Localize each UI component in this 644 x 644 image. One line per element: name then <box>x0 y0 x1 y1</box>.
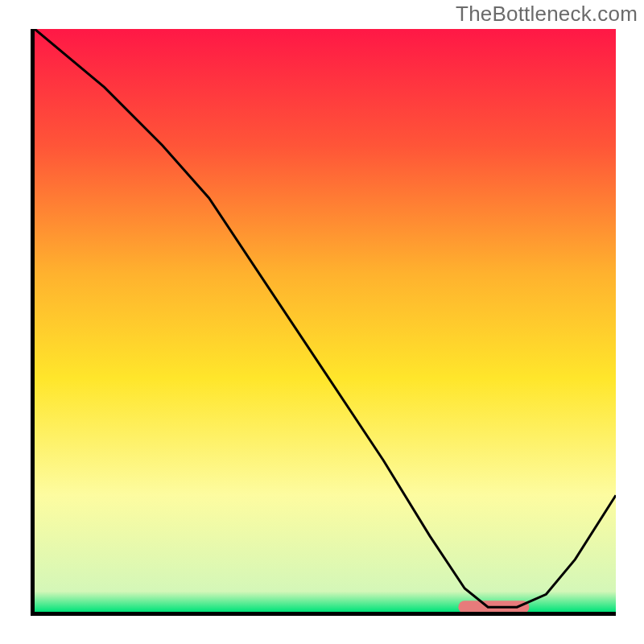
chart-frame: TheBottleneck.com <box>0 0 644 644</box>
plot-canvas <box>35 29 616 612</box>
watermark-text: TheBottleneck.com <box>456 2 638 27</box>
